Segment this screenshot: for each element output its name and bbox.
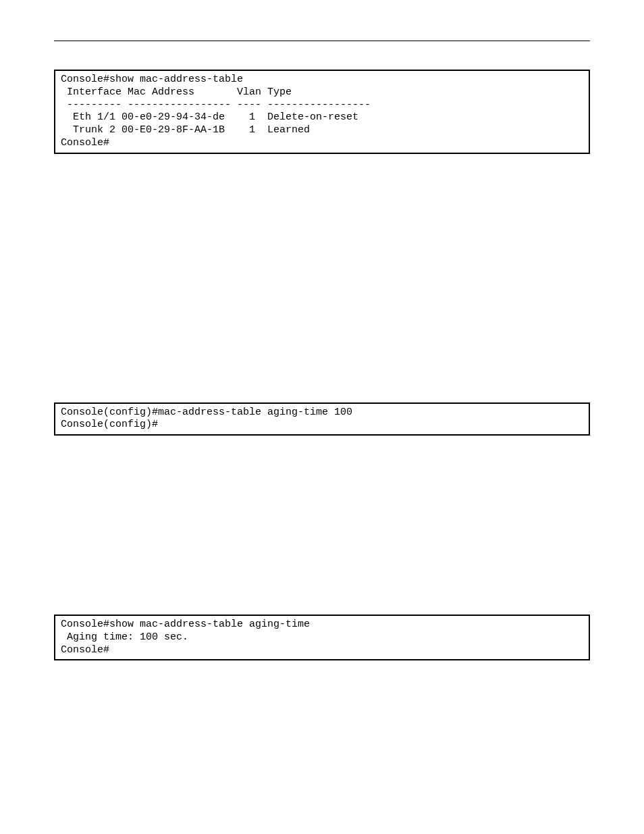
- terminal-output-1: Console#show mac-address-table Interface…: [54, 70, 590, 154]
- terminal-output-3-text: Console#show mac-address-table aging-tim…: [61, 619, 310, 656]
- terminal-output-1-text: Console#show mac-address-table Interface…: [61, 74, 371, 149]
- page-header-rule-wrap: [0, 0, 644, 41]
- terminal-output-3: Console#show mac-address-table aging-tim…: [54, 615, 590, 660]
- terminal-output-2: Console(config)#mac-address-table aging-…: [54, 402, 590, 436]
- terminal-output-2-text: Console(config)#mac-address-table aging-…: [61, 407, 352, 431]
